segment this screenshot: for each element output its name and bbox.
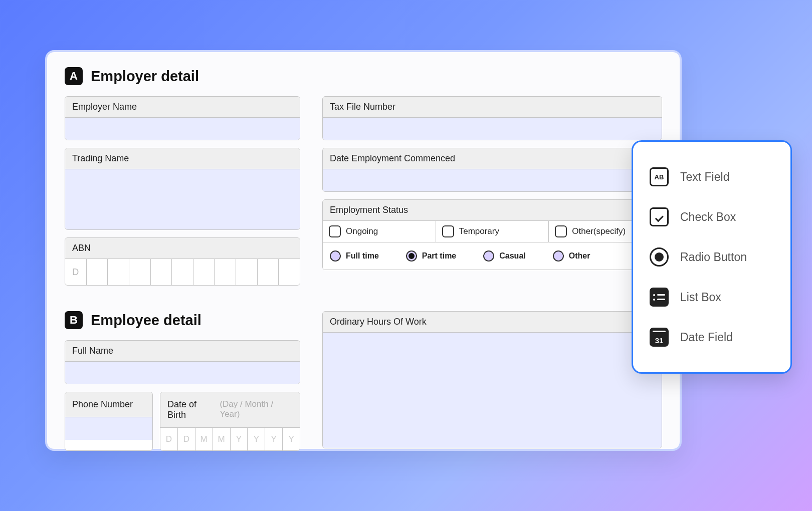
full-name-input[interactable] [65,362,300,384]
abn-cell[interactable] [87,259,108,285]
abn-cell[interactable] [215,259,236,285]
checkbox-icon [442,225,454,237]
dob-cell[interactable]: D [160,428,178,450]
tax-file-group: Tax File Number [322,96,662,140]
section-a-header: A Employer detail [65,67,662,85]
dob-cell[interactable]: M [195,428,213,450]
radio-label: Casual [499,251,525,261]
popup-date-field[interactable]: 31 Date Field [649,317,774,357]
radio-label: Full time [346,251,379,261]
full-name-label: Full Name [65,341,300,362]
status-check-ongoing[interactable]: Ongoing [323,221,436,242]
radio-icon [483,250,494,262]
radio-full-time[interactable]: Full time [330,250,379,262]
abn-cell[interactable] [129,259,151,285]
status-check-label: Other(specify) [572,226,626,236]
employer-name-group: Employer Name [65,96,300,140]
section-b-header: B Employee detail [65,311,300,329]
radio-other[interactable]: Other [553,250,590,262]
dob-row: D D M M Y Y Y Y [160,428,300,450]
section-a-badge: A [65,67,83,85]
full-name-group: Full Name [65,340,300,384]
popup-label: Check Box [680,210,736,224]
radio-icon [553,250,564,262]
status-check-label: Temporary [459,226,499,236]
tax-file-input[interactable] [323,118,662,140]
radio-part-time[interactable]: Part time [406,250,456,262]
dob-header: Date of Birth (Day / Month / Year) [160,392,300,428]
employer-name-input[interactable] [65,118,300,140]
popup-radio-button[interactable]: Radio Button [649,237,774,277]
abn-cell[interactable] [279,259,300,285]
abn-cell[interactable] [236,259,258,285]
trading-name-input[interactable] [65,169,300,229]
status-check-temporary[interactable]: Temporary [436,221,549,242]
popup-text-field[interactable]: AB Text Field [649,157,774,197]
phone-label: Phone Number [65,392,152,417]
section-a-columns: Employer Name Trading Name ABN D [65,96,662,293]
dob-cell[interactable]: Y [248,428,265,450]
abn-group: ABN D [65,237,300,286]
popup-label: Text Field [680,170,729,184]
abn-cell[interactable] [172,259,193,285]
checkbox-icon [555,225,567,237]
phone-input[interactable] [65,417,152,440]
dob-group: Date of Birth (Day / Month / Year) D D M… [160,392,300,451]
ordinary-hours-input[interactable] [323,333,662,448]
trading-name-label: Trading Name [65,148,300,169]
ordinary-hours-group: Ordinary Hours Of Work [322,311,662,448]
abn-row: D [65,259,300,285]
date-commenced-input[interactable] [323,169,662,191]
dob-hint: (Day / Month / Year) [220,399,293,420]
section-b-badge: B [65,311,83,329]
employment-status-group: Employment Status Ongoing Temporary Othe… [322,199,662,270]
abn-cell[interactable] [108,259,129,285]
popup-label: Date Field [680,331,733,344]
date-field-icon: 31 [649,327,669,347]
check-box-icon [649,207,669,227]
dob-cell[interactable]: Y [283,428,300,450]
dob-label: Date of Birth [167,399,216,420]
dob-cell[interactable]: M [213,428,231,450]
phone-group: Phone Number [65,392,153,451]
status-radio-row: Full time Part time Casual Other [323,242,662,270]
tax-file-label: Tax File Number [323,97,662,118]
status-check-row: Ongoing Temporary Other(specify) [323,221,662,242]
radio-icon [406,250,417,262]
radio-label: Other [569,251,590,261]
phone-dob-row: Phone Number Date of Birth (Day / Month … [65,392,300,451]
section-a-title: Employer detail [91,68,199,85]
popup-list-box[interactable]: List Box [649,277,774,317]
text-field-icon: AB [649,167,669,187]
radio-icon [330,250,341,262]
date-commenced-label: Date Employment Commenced [323,148,662,169]
dob-cell[interactable]: Y [265,428,283,450]
checkbox-icon [329,225,341,237]
abn-cell[interactable] [151,259,172,285]
section-b-row: B Employee detail Full Name Phone Number… [65,311,662,451]
dob-cell[interactable]: Y [231,428,248,450]
abn-cell[interactable]: D [65,259,87,285]
radio-casual[interactable]: Casual [483,250,525,262]
employer-name-label: Employer Name [65,97,300,118]
list-box-icon [649,287,669,307]
abn-cell[interactable] [193,259,215,285]
field-types-popup: AB Text Field Check Box Radio Button Lis… [632,140,792,374]
popup-label: List Box [680,291,721,304]
radio-button-icon [649,247,669,267]
employment-status-label: Employment Status [323,200,662,221]
popup-check-box[interactable]: Check Box [649,197,774,237]
status-check-label: Ongoing [346,226,378,236]
ordinary-hours-label: Ordinary Hours Of Work [323,312,662,333]
trading-name-group: Trading Name [65,148,300,230]
dob-cell[interactable]: D [178,428,195,450]
abn-label: ABN [65,238,300,259]
abn-cell[interactable] [258,259,279,285]
radio-label: Part time [422,251,456,261]
date-commenced-group: Date Employment Commenced [322,148,662,192]
form-card: A Employer detail Employer Name Trading … [45,50,682,451]
section-b-title: Employee detail [91,312,201,329]
popup-label: Radio Button [680,250,747,264]
